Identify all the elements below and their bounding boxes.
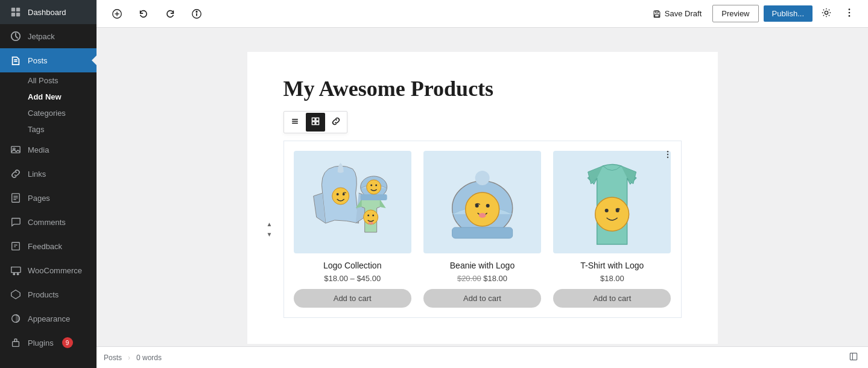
product-image-logo-collection (294, 151, 411, 253)
grid-view-button[interactable] (306, 113, 325, 132)
sidebar-item-plugins[interactable]: Plugins 9 (0, 331, 97, 355)
add-to-cart-label-1: Add to cart (334, 294, 372, 303)
sidebar-item-links[interactable]: Links (0, 162, 97, 186)
products-options-button[interactable] (661, 147, 675, 165)
plugins-icon (10, 337, 22, 349)
publish-button[interactable]: Publish... (764, 5, 813, 22)
svg-point-65 (478, 213, 486, 218)
sub-item-add-new[interactable]: Add New (0, 89, 97, 105)
undo-button[interactable] (133, 4, 154, 24)
sidebar-item-woocommerce[interactable]: WooCommerce (0, 258, 97, 282)
sidebar-item-appearance[interactable]: Appearance (0, 306, 97, 331)
posts-submenu: All Posts Add New Categories Tags (0, 72, 97, 138)
sidebar-item-posts[interactable]: Posts (0, 48, 97, 72)
add-to-cart-button-2[interactable]: Add to cart (423, 289, 541, 308)
svg-point-66 (595, 197, 629, 231)
comments-icon (10, 216, 22, 228)
svg-point-62 (465, 192, 499, 226)
sidebar-label-appearance: Appearance (28, 314, 70, 323)
product-original-price-2: $20.00 (457, 274, 481, 283)
svg-point-18 (13, 273, 15, 275)
svg-rect-31 (654, 14, 659, 17)
list-view-button[interactable] (285, 113, 305, 132)
add-block-button[interactable] (106, 4, 128, 24)
product-image-beanie (423, 151, 541, 253)
word-count[interactable]: 0 words (136, 354, 162, 362)
sidebar-item-pages[interactable]: Pages (0, 186, 97, 210)
feedback-icon (10, 240, 22, 252)
svg-point-52 (368, 222, 370, 224)
sidebar-label-media: Media (28, 145, 49, 154)
svg-point-34 (849, 11, 851, 13)
sidebar-item-jetpack[interactable]: Jetpack (0, 24, 97, 48)
svg-point-46 (332, 188, 349, 205)
sidebar-label-plugins: Plugins (28, 338, 54, 347)
sidebar-item-feedback[interactable]: Feedback (0, 234, 97, 258)
svg-point-29 (196, 11, 197, 12)
redo-button[interactable] (159, 4, 181, 24)
svg-point-53 (370, 222, 373, 224)
sub-item-tags[interactable]: Tags (0, 121, 97, 138)
move-down-button[interactable]: ▼ (265, 230, 274, 239)
topbar-actions: Save Draft Preview Publish... (647, 4, 858, 24)
page-title[interactable]: My Awesome Products (284, 76, 682, 101)
topbar: Save Draft Preview Publish... (97, 0, 868, 28)
svg-point-45 (667, 157, 668, 158)
settings-button[interactable] (817, 4, 835, 24)
svg-point-51 (372, 215, 374, 217)
svg-rect-39 (312, 118, 315, 121)
sidebar-label-links: Links (28, 170, 46, 179)
svg-rect-41 (312, 122, 315, 125)
add-to-cart-label-3: Add to cart (593, 294, 631, 303)
media-icon (10, 144, 22, 156)
add-to-cart-button-3[interactable]: Add to cart (553, 289, 671, 308)
svg-point-64 (486, 204, 489, 208)
breadcrumb-separator: › (128, 354, 130, 362)
product-price-3: $18.00 (600, 274, 624, 283)
svg-rect-69 (850, 353, 857, 360)
preview-button[interactable]: Preview (712, 5, 758, 22)
dashboard-icon (10, 6, 22, 18)
link-button[interactable] (326, 113, 346, 132)
svg-rect-60 (452, 227, 512, 238)
product-sale-price-2: $18.00 (483, 274, 507, 283)
collapse-sidebar-button[interactable] (846, 349, 861, 366)
bottom-bar: Posts › 0 words (97, 346, 868, 368)
svg-rect-21 (13, 341, 19, 346)
preview-label: Preview (721, 9, 749, 18)
svg-point-50 (367, 215, 369, 217)
editor-area: My Awesome Products ▲ ▼ (247, 52, 718, 344)
svg-point-58 (375, 185, 377, 186)
svg-point-56 (366, 180, 381, 194)
sidebar-item-products[interactable]: Products (0, 282, 97, 306)
links-icon (10, 168, 22, 180)
sidebar-label-dashboard: Dashboard (28, 8, 66, 17)
svg-rect-2 (11, 13, 15, 16)
sub-item-categories[interactable]: Categories (0, 105, 97, 121)
add-to-cart-button-1[interactable]: Add to cart (294, 289, 411, 308)
product-card-3: T-Shirt with Logo $18.00 Add to cart (553, 151, 671, 308)
sidebar-item-media[interactable]: Media (0, 138, 97, 162)
add-to-cart-label-2: Add to cart (463, 294, 501, 303)
save-draft-button[interactable]: Save Draft (647, 5, 708, 22)
sub-item-all-posts[interactable]: All Posts (0, 72, 97, 89)
woocommerce-icon (10, 264, 22, 276)
sidebar-label-posts: Posts (28, 56, 48, 65)
sidebar-label-feedback: Feedback (28, 242, 62, 251)
svg-point-43 (667, 151, 668, 152)
editor-main: My Awesome Products ▲ ▼ (97, 28, 868, 368)
sidebar-item-comments[interactable]: Comments (0, 210, 97, 234)
pages-icon (10, 192, 22, 204)
product-price-1: $18.00 – $45.00 (324, 274, 381, 283)
svg-rect-30 (656, 11, 658, 13)
move-up-button[interactable]: ▲ (265, 220, 274, 229)
sidebar-item-dashboard[interactable]: Dashboard (0, 0, 97, 24)
info-button[interactable] (186, 4, 207, 24)
breadcrumb-posts: Posts (104, 354, 122, 362)
svg-rect-42 (315, 122, 318, 125)
more-options-button[interactable] (840, 4, 858, 24)
posts-icon (10, 54, 22, 66)
product-price-2: $20.00 $18.00 (457, 274, 507, 283)
products-block-wrapper: ▲ ▼ (284, 141, 682, 318)
svg-line-6 (16, 36, 18, 39)
